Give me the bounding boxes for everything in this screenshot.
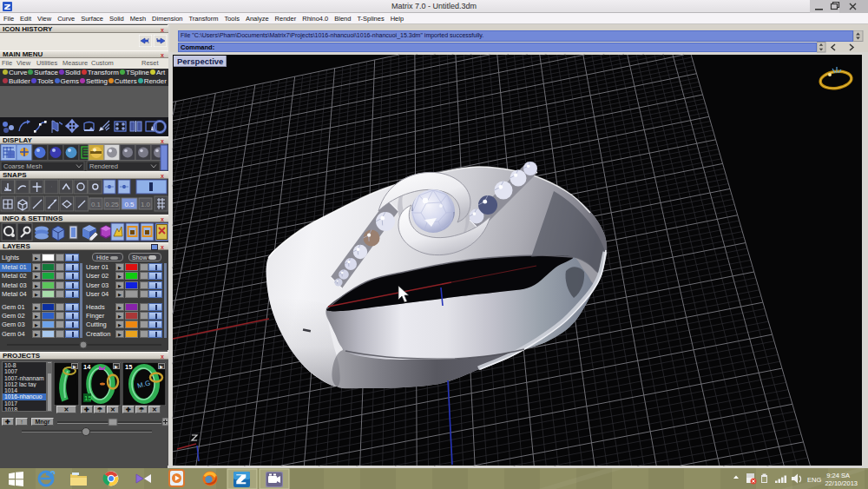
svg-text:22/10/2013: 22/10/2013 xyxy=(825,479,858,487)
svg-text:0.5: 0.5 xyxy=(124,201,135,208)
svg-text:0.25: 0.25 xyxy=(105,201,119,208)
svg-text:Rendered: Rendered xyxy=(89,162,118,170)
svg-text:9:24 SA: 9:24 SA xyxy=(826,472,850,479)
svg-text:Coarse Mesh: Coarse Mesh xyxy=(3,162,43,170)
svg-text:0.1: 0.1 xyxy=(91,201,102,208)
svg-text:1.0: 1.0 xyxy=(141,201,151,208)
svg-text:ENG: ENG xyxy=(807,476,821,484)
svg-text:15: 15 xyxy=(84,394,92,402)
